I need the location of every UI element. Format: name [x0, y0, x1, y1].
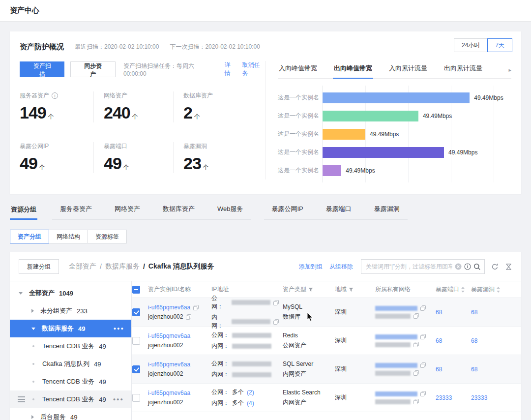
- new-group-button[interactable]: 新建分组: [19, 259, 59, 274]
- hourglass-icon[interactable]: [505, 263, 512, 270]
- copy-icon[interactable]: [420, 362, 426, 368]
- exposed-ports-link[interactable]: 68: [436, 309, 442, 316]
- task-detail-link[interactable]: 详情: [225, 61, 236, 78]
- range-option-button[interactable]: 24小时: [454, 38, 488, 52]
- section-tab[interactable]: 网络资产: [114, 205, 141, 219]
- select-all-checkbox[interactable]: [132, 286, 140, 294]
- sort-icon[interactable]: [461, 287, 465, 293]
- row-checkbox[interactable]: [132, 308, 140, 316]
- copy-icon[interactable]: [273, 300, 279, 305]
- copy-icon[interactable]: [420, 391, 426, 396]
- remove-from-group-link[interactable]: 从组移除: [329, 263, 353, 271]
- vpc-link-masked[interactable]: [375, 363, 417, 368]
- tabs-more-arrow-icon[interactable]: ▸: [508, 67, 511, 78]
- row-checkbox[interactable]: [132, 337, 140, 345]
- add-to-group-link[interactable]: 添加到组: [299, 263, 323, 271]
- breadcrumb-link[interactable]: 数据库服务: [105, 262, 140, 271]
- vpc-link-masked[interactable]: [375, 334, 417, 339]
- group-view-tab[interactable]: 资源标签: [88, 230, 127, 243]
- section-tab[interactable]: 资源分组: [10, 205, 37, 220]
- vpc-link-masked[interactable]: [375, 306, 417, 311]
- tree-item[interactable]: 未分组资产233: [10, 302, 131, 320]
- tree-item[interactable]: Tencent CDB 业务49: [10, 373, 131, 390]
- tree-item[interactable]: 全部资产1049: [10, 284, 131, 302]
- ip-count-link[interactable]: (4): [247, 400, 254, 407]
- instance-id-link[interactable]: i-uf65pqmev6aa: [148, 332, 190, 339]
- row-checkbox[interactable]: [132, 365, 140, 373]
- copy-icon[interactable]: [273, 319, 279, 325]
- breadcrumb-link[interactable]: 全部资产: [69, 262, 96, 271]
- breadcrumb-separator: /: [100, 263, 102, 270]
- section-tab[interactable]: 暴露公网IP: [271, 205, 304, 219]
- search-icon[interactable]: [473, 263, 481, 270]
- asset-scan-button[interactable]: 资产扫描: [20, 61, 64, 77]
- chart-tab[interactable]: 入向累计流量: [388, 64, 428, 78]
- stat-value: 49: [20, 154, 37, 173]
- exposed-ports-link[interactable]: 68: [436, 366, 442, 373]
- section-tab[interactable]: 暴露端口: [325, 205, 353, 219]
- copy-icon[interactable]: [413, 342, 419, 347]
- asset-type: Elastic Search: [283, 389, 331, 396]
- refresh-icon[interactable]: [491, 263, 499, 270]
- copy-icon[interactable]: [420, 334, 426, 339]
- exposed-ports-link[interactable]: 68: [436, 337, 442, 344]
- caret-right-icon[interactable]: [31, 309, 34, 313]
- copy-icon[interactable]: [413, 370, 419, 376]
- caret-right-icon[interactable]: [31, 415, 34, 419]
- section-tab[interactable]: 暴露漏洞: [373, 205, 401, 219]
- tree-item[interactable]: Tencent CDB 业务49●●●: [10, 390, 131, 408]
- more-actions-icon[interactable]: ●●●: [113, 397, 124, 402]
- search-input[interactable]: [366, 263, 452, 270]
- bar-value-label: 49.49Mbps: [474, 94, 503, 101]
- copy-icon[interactable]: [413, 399, 419, 404]
- copy-icon[interactable]: [413, 313, 419, 319]
- section-tab[interactable]: 服务器资产: [59, 205, 93, 219]
- group-view-tab[interactable]: 网络结构: [49, 230, 88, 243]
- vpc-link-masked[interactable]: [375, 391, 417, 396]
- exposed-vulns-link[interactable]: 68: [471, 309, 477, 316]
- overview-body: 资产扫描 同步资产 资产扫描扫描任务：每周六 00:00:00 详情 取消任务 …: [20, 61, 511, 180]
- range-option-button[interactable]: 7天: [487, 38, 512, 52]
- sync-asset-button[interactable]: 同步资产: [70, 61, 115, 77]
- ip-count-link[interactable]: (2): [247, 389, 254, 396]
- row-checkbox[interactable]: [132, 394, 140, 402]
- exposed-vulns-link[interactable]: 68: [471, 337, 477, 344]
- tree-item[interactable]: 后台服务49: [10, 408, 131, 420]
- exposed-vulns-link[interactable]: 23333: [471, 394, 487, 401]
- tree-item[interactable]: Ckafka 消息队列49: [10, 355, 131, 373]
- ip-masked: [232, 372, 271, 377]
- info-icon[interactable]: [464, 263, 471, 270]
- instance-id-link[interactable]: i-uf65pqmev6aa: [148, 304, 190, 311]
- tree-item[interactable]: 数据库服务49●●●: [10, 320, 131, 337]
- copy-icon[interactable]: [193, 305, 199, 310]
- instance-id-link[interactable]: i-uf65pqmev6aa: [148, 361, 190, 368]
- exposed-ports-link[interactable]: 23333: [436, 394, 452, 401]
- tree-item[interactable]: Tencent CDB 业务49: [10, 337, 131, 355]
- section-tab[interactable]: 数据库资产: [162, 205, 196, 219]
- chart-tab[interactable]: 出向累计流量: [443, 64, 483, 78]
- info-icon[interactable]: i: [52, 92, 58, 99]
- task-cancel-link[interactable]: 取消任务: [242, 61, 266, 78]
- filter-icon[interactable]: [349, 287, 354, 292]
- more-actions-icon[interactable]: ●●●: [114, 326, 124, 331]
- chart-tab[interactable]: 入向峰值带宽: [278, 64, 318, 78]
- stat-value: 23: [183, 154, 201, 173]
- stat-card: 暴露公网IP49个: [20, 142, 93, 173]
- caret-down-icon[interactable]: [31, 328, 35, 330]
- chart-tab[interactable]: 出向峰值带宽: [333, 64, 373, 79]
- copy-icon[interactable]: [186, 314, 191, 320]
- filter-icon[interactable]: [308, 287, 313, 292]
- instance-id-link[interactable]: i-uf65pqmev6aa: [148, 390, 190, 396]
- clear-icon[interactable]: [455, 263, 462, 270]
- page-body: 资产防护概况 最近扫描：2020-02-02 10:10:00 下一次扫描：20…: [0, 22, 531, 420]
- asset-type: SQL Server: [283, 360, 331, 367]
- exposed-vulns-link[interactable]: 68: [471, 366, 477, 373]
- group-view-tab[interactable]: 资产分组: [10, 230, 49, 243]
- stat-unit: 个: [203, 164, 209, 171]
- sort-icon[interactable]: [497, 287, 500, 293]
- caret-down-icon[interactable]: [19, 292, 23, 295]
- scan-actions: 资产扫描 同步资产 资产扫描扫描任务：每周六 00:00:00 详情 取消任务: [20, 61, 266, 78]
- copy-icon[interactable]: [420, 305, 426, 311]
- section-tab[interactable]: Web服务: [216, 205, 244, 219]
- drag-handle-icon[interactable]: [18, 396, 25, 402]
